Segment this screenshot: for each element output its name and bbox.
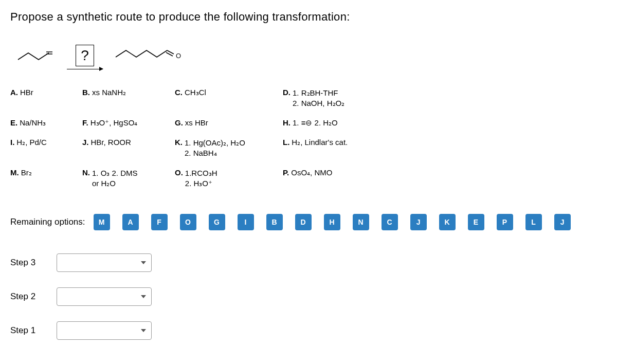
remaining-tag[interactable]: I: [238, 214, 254, 230]
remaining-tag[interactable]: O: [180, 214, 196, 230]
remaining-options-row: Remaining options: MAFOGIBDHNCJKEPLJ: [10, 214, 607, 230]
remaining-options-label: Remaining options:: [10, 217, 85, 227]
remaining-tag[interactable]: A: [122, 214, 139, 230]
option-f: F.H₃O⁺, HgSO₄: [82, 118, 170, 128]
remaining-tag[interactable]: J: [410, 214, 427, 230]
step-3-row: Step 3: [10, 253, 607, 272]
reaction-arrow-block: ?: [67, 45, 103, 69]
remaining-tag[interactable]: D: [295, 214, 312, 230]
option-n: N.1. O₃ 2. DMSor H₂O: [82, 168, 170, 188]
reagent-options-grid: A.HBr B.xs NaNH₂ C.CH₃Cl D.1. R₂BH-THF2.…: [10, 88, 607, 188]
remaining-tag[interactable]: G: [209, 214, 225, 230]
steps-section: Step 3 Step 2 Step 1: [10, 253, 607, 340]
option-h: H.1. ≡⊖ 2. H₂O: [283, 118, 396, 128]
option-m: M.Br₂: [10, 168, 77, 188]
remaining-tag[interactable]: B: [266, 214, 283, 230]
option-i: I.H₂, Pd/C: [10, 138, 77, 158]
remaining-tag[interactable]: J: [554, 214, 571, 230]
remaining-tag[interactable]: K: [439, 214, 456, 230]
question-mark-icon: ?: [76, 45, 94, 66]
option-j: J.HBr, ROOR: [82, 138, 170, 158]
transformation-row: ? O: [10, 44, 607, 70]
remaining-tag[interactable]: N: [353, 214, 369, 230]
svg-text:O: O: [176, 52, 181, 60]
option-c: C.CH₃Cl: [175, 88, 278, 108]
arrow-icon: [67, 69, 103, 69]
option-l: L.H₂, Lindlar's cat.: [283, 138, 396, 158]
remaining-tag[interactable]: C: [382, 214, 398, 230]
step-2-label: Step 2: [10, 292, 46, 302]
step-1-row: Step 1: [10, 321, 607, 340]
remaining-tag[interactable]: P: [497, 214, 513, 230]
remaining-tag[interactable]: E: [468, 214, 484, 230]
option-e: E.Na/NH₃: [10, 118, 77, 128]
remaining-tag[interactable]: F: [151, 214, 168, 230]
option-k: K.1. Hg(OAc)₂, H₂O2. NaBH₄: [175, 138, 278, 158]
question-prompt: Propose a synthetic route to produce the…: [10, 10, 607, 24]
option-d: D.1. R₂BH-THF2. NaOH, H₂O₂: [283, 88, 396, 108]
option-p: P.OsO₄, NMO: [283, 168, 396, 188]
remaining-tag[interactable]: L: [525, 214, 542, 230]
starting-material: [15, 47, 57, 67]
remaining-tag[interactable]: H: [324, 214, 340, 230]
product-structure: O: [113, 44, 195, 70]
step-3-label: Step 3: [10, 258, 46, 268]
step-1-select[interactable]: [57, 321, 152, 340]
step-2-row: Step 2: [10, 287, 607, 306]
option-a: A.HBr: [10, 88, 77, 108]
option-b: B.xs NaNH₂: [82, 88, 170, 108]
option-g: G.xs HBr: [175, 118, 278, 128]
option-o: O.1.RCO₃H2. H₃O⁺: [175, 168, 278, 188]
step-2-select[interactable]: [57, 287, 152, 306]
step-3-select[interactable]: [57, 253, 152, 272]
step-1-label: Step 1: [10, 325, 46, 336]
remaining-tag[interactable]: M: [94, 214, 110, 230]
